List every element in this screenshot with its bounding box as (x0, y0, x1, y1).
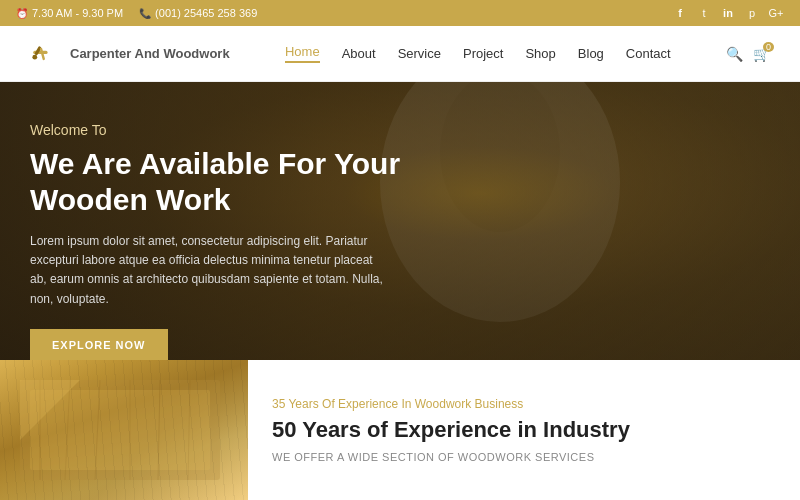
nav-blog[interactable]: Blog (578, 46, 604, 61)
svg-rect-7 (30, 390, 210, 470)
about-title: 50 Years of Experience in Industry (272, 417, 630, 443)
phone-icon: 📞 (139, 8, 151, 19)
top-bar: ⏰ 7.30 AM - 9.30 PM 📞 (001) 25465 258 36… (0, 0, 800, 26)
googleplus-icon[interactable]: G+ (768, 5, 784, 21)
about-image (0, 360, 248, 500)
twitter-icon[interactable]: t (696, 5, 712, 21)
header: Carpenter And Woodwork Home About Servic… (0, 26, 800, 82)
explore-now-button[interactable]: EXPLORE NOW (30, 329, 168, 360)
phone-info: 📞 (001) 25465 258 369 (139, 7, 257, 19)
nav-icons: 🔍 🛒 0 (726, 46, 770, 62)
hero-content: Welcome To We Are Available For Your Woo… (0, 82, 480, 360)
logo: Carpenter And Woodwork (30, 42, 230, 66)
cart-icon[interactable]: 🛒 0 (753, 46, 770, 62)
about-section: 35 Years Of Experience In Woodwork Busin… (0, 360, 800, 500)
svg-line-9 (65, 380, 70, 480)
svg-marker-14 (20, 380, 80, 440)
top-bar-social: f t in p G+ (672, 5, 784, 21)
svg-line-13 (188, 380, 190, 480)
svg-point-3 (32, 54, 37, 59)
svg-line-12 (158, 380, 160, 480)
svg-rect-6 (20, 380, 220, 480)
hero-description: Lorem ipsum dolor sit amet, consectetur … (30, 232, 390, 309)
nav-project[interactable]: Project (463, 46, 503, 61)
hero-title: We Are Available For Your Wooden Work (30, 146, 450, 218)
nav-home[interactable]: Home (285, 44, 320, 63)
about-wood-graphic (0, 360, 248, 500)
hero-subtitle: Welcome To (30, 122, 450, 138)
hero-section: Welcome To We Are Available For Your Woo… (0, 82, 800, 360)
top-bar-left: ⏰ 7.30 AM - 9.30 PM 📞 (001) 25465 258 36… (16, 7, 257, 19)
about-tagline: 35 Years Of Experience In Woodwork Busin… (272, 397, 630, 411)
logo-icon (30, 42, 62, 66)
logo-text: Carpenter And Woodwork (70, 46, 230, 61)
nav-shop[interactable]: Shop (525, 46, 555, 61)
main-nav: Home About Service Project Shop Blog Con… (285, 44, 671, 63)
about-desc: WE OFFER A WIDE SECTION OF WOODWORK SERV… (272, 451, 630, 463)
pinterest-icon[interactable]: p (744, 5, 760, 21)
facebook-icon[interactable]: f (672, 5, 688, 21)
linkedin-icon[interactable]: in (720, 5, 736, 21)
clock-icon: ⏰ (16, 8, 28, 19)
nav-service[interactable]: Service (398, 46, 441, 61)
nav-contact[interactable]: Contact (626, 46, 671, 61)
nav-about[interactable]: About (342, 46, 376, 61)
search-icon[interactable]: 🔍 (726, 46, 743, 62)
svg-line-10 (95, 380, 100, 480)
hours-info: ⏰ 7.30 AM - 9.30 PM (16, 7, 123, 19)
about-content: 35 Years Of Experience In Woodwork Busin… (248, 360, 654, 500)
